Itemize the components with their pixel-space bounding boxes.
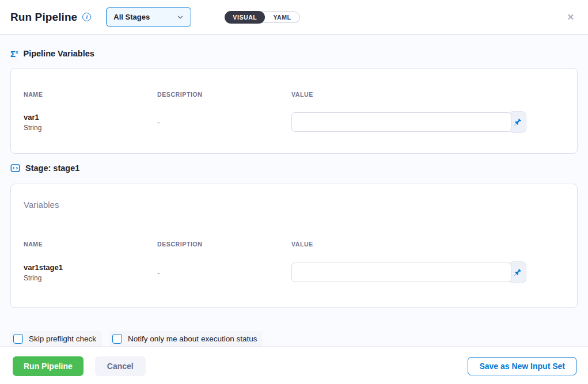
stage-variables-card: Variables NAME DESCRIPTION VALUE var1sta… <box>10 184 578 308</box>
variable-value-input[interactable] <box>291 263 511 282</box>
pin-icon <box>514 118 522 126</box>
pin-icon <box>514 268 522 276</box>
stage-selector-dropdown[interactable]: All Stages <box>106 7 191 26</box>
run-pipeline-button[interactable]: Run Pipeline <box>13 356 84 376</box>
variable-name-cell: var1stage1 String <box>24 263 157 282</box>
skip-preflight-label: Skip preflight check <box>29 334 96 343</box>
variable-description: - <box>157 268 291 277</box>
info-icon[interactable]: i <box>82 13 91 21</box>
variable-name: var1 <box>24 113 157 121</box>
tab-visual[interactable]: VISUAL <box>225 11 265 24</box>
variable-type: String <box>24 274 157 282</box>
column-header-name: NAME <box>24 241 157 248</box>
variable-value-input[interactable] <box>291 112 511 132</box>
variables-table-header: NAME DESCRIPTION VALUE <box>24 241 564 248</box>
column-header-value: VALUE <box>291 241 564 248</box>
pipeline-variables-card: NAME DESCRIPTION VALUE var1 String - <box>10 68 578 154</box>
cancel-button[interactable]: Cancel <box>95 356 146 376</box>
tab-yaml[interactable]: YAML <box>265 12 299 23</box>
modal-header: Run Pipeline i All Stages VISUAL YAML ✕ <box>0 0 588 35</box>
page-title: Run Pipeline <box>10 11 77 24</box>
notify-me-label: Notify only me about execution status <box>128 334 257 343</box>
variable-value-group <box>291 111 526 133</box>
table-row: var1 String - <box>24 111 564 133</box>
stage-variables-card-title: Variables <box>24 200 564 210</box>
pipeline-variables-title: Pipeline Variables <box>23 49 94 58</box>
column-header-description: DESCRIPTION <box>157 91 291 98</box>
stage-section-header: Stage: stage1 <box>10 164 578 173</box>
save-as-new-input-set-button[interactable]: Save as New Input Set <box>468 357 576 375</box>
stage-selector-value: All Stages <box>113 13 150 21</box>
modal-footer: Run Pipeline Cancel Save as New Input Se… <box>0 347 588 384</box>
column-header-value: VALUE <box>291 91 564 98</box>
modal-body: Σx Pipeline Variables NAME DESCRIPTION V… <box>0 35 588 347</box>
notify-me-option[interactable]: Notify only me about execution status <box>109 331 263 347</box>
column-header-description: DESCRIPTION <box>157 241 291 248</box>
execution-options: Skip preflight check Notify only me abou… <box>10 331 578 347</box>
skip-preflight-checkbox[interactable] <box>13 334 23 344</box>
visual-yaml-toggle: VISUAL YAML <box>225 12 299 23</box>
stage-title: Stage: stage1 <box>25 164 79 173</box>
stage-icon <box>10 164 20 173</box>
notify-me-checkbox[interactable] <box>112 334 122 344</box>
pipeline-variables-section-header: Σx Pipeline Variables <box>10 49 578 58</box>
run-pipeline-modal: Run Pipeline i All Stages VISUAL YAML ✕ … <box>0 0 588 384</box>
table-row: var1stage1 String - <box>24 261 564 283</box>
variable-type: String <box>24 124 157 132</box>
variable-name-cell: var1 String <box>24 113 157 132</box>
skip-preflight-option[interactable]: Skip preflight check <box>10 331 102 347</box>
variable-name: var1stage1 <box>24 263 157 272</box>
column-header-name: NAME <box>24 91 157 98</box>
pipeline-variables-icon: Σx <box>10 50 18 58</box>
variables-table-header: NAME DESCRIPTION VALUE <box>24 91 564 98</box>
variable-value-group <box>291 261 526 283</box>
close-icon[interactable]: ✕ <box>564 10 576 24</box>
variable-description: - <box>157 118 291 127</box>
chevron-down-icon <box>177 14 184 21</box>
